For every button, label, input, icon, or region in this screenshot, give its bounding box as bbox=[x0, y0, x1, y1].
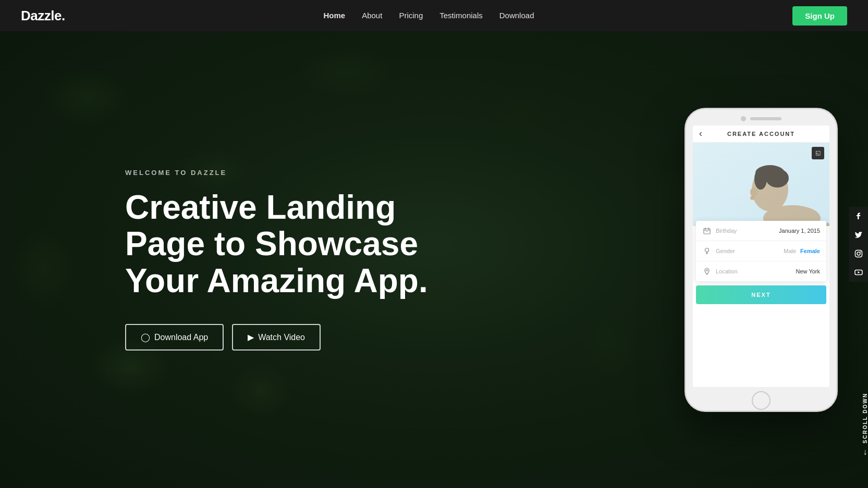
svg-point-17 bbox=[706, 269, 708, 271]
phone-speaker bbox=[750, 117, 781, 120]
nav-item-testimonials[interactable]: Testimonials bbox=[439, 11, 483, 20]
svg-point-14 bbox=[705, 248, 709, 252]
gender-male-option[interactable]: Male bbox=[784, 248, 796, 254]
location-label: Location bbox=[716, 268, 792, 274]
svg-marker-22 bbox=[858, 271, 860, 273]
profile-silhouette-svg bbox=[693, 143, 829, 226]
gender-icon bbox=[702, 246, 712, 256]
svg-point-20 bbox=[860, 251, 861, 252]
camera-icon-button[interactable]: ◱ bbox=[812, 147, 824, 159]
instagram-icon[interactable] bbox=[849, 244, 868, 263]
phone-camera bbox=[741, 116, 746, 121]
play-icon: ▶ bbox=[248, 332, 254, 342]
birthday-icon bbox=[702, 226, 712, 235]
twitter-icon[interactable] bbox=[849, 226, 868, 244]
gender-options: Male Female bbox=[784, 248, 820, 254]
nav-link-download[interactable]: Download bbox=[499, 11, 534, 20]
phone-home-button[interactable] bbox=[752, 391, 771, 410]
nav-link-home[interactable]: Home bbox=[323, 11, 345, 20]
nav-item-download[interactable]: Download bbox=[499, 11, 534, 20]
nav-link-pricing[interactable]: Pricing bbox=[399, 11, 423, 20]
hero-buttons: ◯ Download App ▶ Watch Video bbox=[125, 324, 448, 351]
download-app-button[interactable]: ◯ Download App bbox=[125, 324, 224, 351]
hero-title: Creative Landing Page to Showcase Your A… bbox=[125, 189, 448, 299]
location-row[interactable]: Location New York bbox=[696, 261, 826, 281]
social-sidebar bbox=[849, 207, 868, 282]
nav-item-home[interactable]: Home bbox=[323, 11, 345, 20]
download-icon: ◯ bbox=[141, 332, 150, 342]
hero-subtitle: WELCOME TO DAZZLE bbox=[125, 169, 448, 177]
camera-icon: ◱ bbox=[815, 149, 821, 156]
app-back-button[interactable]: ‹ bbox=[699, 128, 702, 139]
nav-link-testimonials[interactable]: Testimonials bbox=[439, 11, 483, 20]
facebook-icon[interactable] bbox=[849, 207, 868, 226]
location-icon bbox=[702, 267, 712, 276]
next-button[interactable]: NEXT bbox=[696, 285, 826, 304]
phone-speaker-area bbox=[693, 116, 829, 121]
gender-label: Gender bbox=[716, 248, 779, 254]
nav-link-about[interactable]: About bbox=[362, 11, 382, 20]
gender-female-option[interactable]: Female bbox=[800, 248, 820, 254]
location-value: New York bbox=[796, 268, 820, 274]
hero-text-block: WELCOME TO DAZZLE Creative Landing Page … bbox=[125, 169, 448, 351]
app-screen-header: ‹ CREATE ACCOUNT bbox=[693, 126, 829, 143]
birthday-label: Birthday bbox=[716, 228, 775, 234]
phone-screen: ‹ CREATE ACCOUNT bbox=[693, 126, 829, 387]
watch-video-button[interactable]: ▶ Watch Video bbox=[232, 324, 321, 351]
app-screen-title: CREATE ACCOUNT bbox=[727, 131, 795, 137]
phone-outer-shell: ‹ CREATE ACCOUNT bbox=[686, 109, 837, 411]
signup-button[interactable]: Sign Up bbox=[792, 6, 847, 26]
nav-item-about[interactable]: About bbox=[362, 11, 382, 20]
navbar: Dazzle. Home About Pricing Testimonials … bbox=[0, 0, 868, 31]
svg-rect-18 bbox=[855, 250, 862, 257]
scroll-down-arrow: ↓ bbox=[863, 447, 867, 457]
form-card: Birthday January 1, 2015 bbox=[696, 221, 826, 281]
logo: Dazzle. bbox=[21, 8, 65, 24]
nav-item-pricing[interactable]: Pricing bbox=[399, 11, 423, 20]
youtube-icon[interactable] bbox=[849, 263, 868, 282]
app-profile-photo: ◱ bbox=[693, 143, 829, 226]
svg-rect-9 bbox=[693, 143, 829, 226]
nav-links: Home About Pricing Testimonials Download bbox=[323, 11, 534, 20]
scroll-down-indicator[interactable]: SCROLL DOWN ↓ bbox=[862, 393, 868, 457]
phone-mockup: ‹ CREATE ACCOUNT bbox=[686, 109, 837, 411]
svg-point-19 bbox=[857, 252, 860, 255]
scroll-down-label: SCROLL DOWN bbox=[862, 393, 868, 443]
app-form-rows: Birthday January 1, 2015 bbox=[693, 226, 829, 387]
hero-content: WELCOME TO DAZZLE Creative Landing Page … bbox=[0, 109, 868, 411]
download-app-label: Download App bbox=[154, 333, 208, 342]
birthday-row[interactable]: Birthday January 1, 2015 bbox=[696, 221, 826, 241]
gender-row[interactable]: Gender Male Female bbox=[696, 241, 826, 261]
hero-section: WELCOME TO DAZZLE Creative Landing Page … bbox=[0, 0, 868, 488]
birthday-value: January 1, 2015 bbox=[779, 228, 820, 234]
watch-video-label: Watch Video bbox=[258, 333, 305, 342]
